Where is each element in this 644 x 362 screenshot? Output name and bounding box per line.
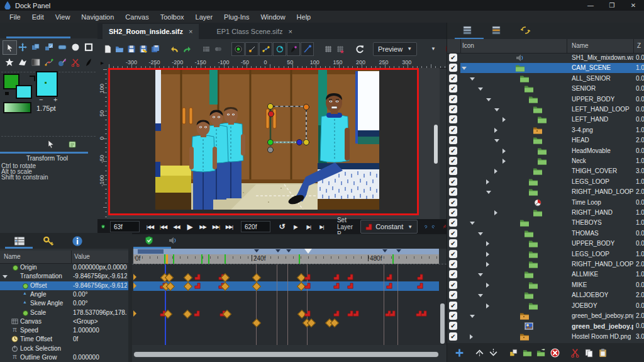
- menu-file[interactable]: File: [4, 12, 26, 22]
- canvas-vertical-scrollbar[interactable]: [434, 125, 438, 164]
- expander-closed-icon[interactable]: [494, 169, 497, 174]
- expander-open-icon[interactable]: [3, 275, 8, 278]
- layer-row[interactable]: ✔ALLMIKE1.0: [447, 269, 644, 280]
- menu-plugins[interactable]: Plug-Ins: [218, 12, 255, 22]
- tool-sketch[interactable]: [55, 55, 69, 69]
- layer-row[interactable]: ✔Hostel Room HD.png3.0: [447, 332, 644, 342]
- seek-previous-keyframe-button[interactable]: |◀◀: [157, 222, 170, 232]
- toggle-vertex-ducks-button[interactable]: [245, 42, 258, 56]
- expander-open-icon[interactable]: [470, 315, 475, 318]
- tool-doc-icon[interactable]: [68, 140, 77, 149]
- layer-row[interactable]: ✔3-4.png1.0: [447, 125, 644, 135]
- param-row[interactable]: Origin0.000000px,0.000000px: [0, 263, 128, 272]
- layer-row[interactable]: ✔green_bed_joeboy.png0.0: [447, 321, 644, 331]
- document-tab[interactable]: SH2_Room_inside.sifz×: [103, 24, 199, 39]
- toggle-tangent-ducks-button[interactable]: [259, 42, 272, 56]
- layer-row[interactable]: ✔LEGS_LOOP1.0: [447, 177, 644, 187]
- time-ruler[interactable]: 0f240f480f: [133, 254, 439, 264]
- expander-closed-icon[interactable]: [502, 159, 506, 164]
- layer-row[interactable]: ✔THOMAS0.0: [447, 229, 644, 239]
- layer-row[interactable]: ✔THIGH_COVER3.0: [447, 166, 644, 176]
- tool-mirror[interactable]: [29, 40, 42, 54]
- brush-size-minus[interactable]: −: [39, 96, 43, 103]
- expander-open-icon[interactable]: [486, 98, 491, 101]
- layer-visible-checkbox[interactable]: ✔: [449, 84, 457, 93]
- ruler-corner[interactable]: ▸: [97, 59, 107, 68]
- group-layer-into-switch-button[interactable]: [534, 346, 548, 359]
- expander-open-icon[interactable]: [478, 88, 483, 91]
- outline-color-swatch[interactable]: [16, 85, 32, 99]
- param-row[interactable]: Canvas<Group>: [0, 317, 128, 326]
- waypoint-linear[interactable]: [184, 273, 192, 282]
- layer-row[interactable]: ✔green_bed_joeboy.png2.0: [447, 311, 644, 321]
- tab-info[interactable]: [72, 235, 83, 247]
- param-row[interactable]: Offset-9.846756px,-9.612500px: [0, 281, 128, 290]
- waypoint-constant[interactable]: [417, 274, 423, 280]
- layer-visible-checkbox[interactable]: ✔: [449, 322, 457, 330]
- expander-closed-icon[interactable]: [486, 283, 489, 288]
- waypoint-constant[interactable]: [386, 274, 392, 280]
- param-row[interactable]: ▲Skew Angle0.00°: [0, 299, 128, 308]
- seek-end-button[interactable]: ▶▶|: [223, 222, 236, 232]
- param-row[interactable]: Time Offset0f: [0, 335, 128, 344]
- expander-closed-icon[interactable]: [486, 241, 489, 246]
- tab-canvas-browser[interactable]: [491, 25, 502, 35]
- expander-open-icon[interactable]: [494, 139, 499, 142]
- cut-button[interactable]: [568, 346, 582, 359]
- column-layer-name[interactable]: Name: [572, 42, 589, 49]
- waypoint-constant[interactable]: [417, 283, 423, 289]
- onion-future-icon[interactable]: [431, 222, 435, 231]
- waypoint-edge[interactable]: [133, 274, 136, 280]
- current-time-field[interactable]: 63f: [110, 221, 140, 232]
- expander-closed-icon[interactable]: [486, 252, 489, 257]
- waypoint-constant[interactable]: [304, 283, 311, 289]
- waypoint-constant[interactable]: [194, 283, 201, 289]
- menu-help[interactable]: Help: [291, 12, 317, 22]
- layer-visible-checkbox[interactable]: ✔: [449, 95, 457, 103]
- tool-star[interactable]: [3, 55, 16, 69]
- waypoint-constant[interactable]: [304, 310, 311, 317]
- waypoint-constant[interactable]: [333, 310, 340, 317]
- layer-row[interactable]: ✔RIGHT_HAND_LOOP2.0: [447, 187, 644, 197]
- close-tab-icon[interactable]: ×: [289, 28, 292, 35]
- sound-icon[interactable]: [169, 236, 177, 245]
- layer-visible-checkbox[interactable]: ✔: [449, 167, 457, 175]
- layer-visible-checkbox[interactable]: ✔: [449, 188, 457, 196]
- layer-row[interactable]: ✔HeadMovable0.0: [447, 146, 644, 156]
- layer-visible-checkbox[interactable]: ✔: [449, 332, 457, 341]
- layer-visible-checkbox[interactable]: ✔: [449, 54, 457, 62]
- canvas-properties-button[interactable]: [212, 43, 224, 55]
- waypoint-constant[interactable]: [353, 310, 359, 317]
- layer-row[interactable]: ✔MIKE0.0: [447, 280, 644, 290]
- waypoint-edge[interactable]: [133, 310, 136, 317]
- layer-visible-checkbox[interactable]: ✔: [449, 270, 457, 278]
- timetrack-horizontal-scrollbar[interactable]: [133, 351, 439, 358]
- expander-open-icon[interactable]: [470, 77, 475, 81]
- param-row[interactable]: πSpeed1.000000: [0, 326, 128, 335]
- close-tab-icon[interactable]: ×: [189, 28, 192, 35]
- previous-frame-button[interactable]: ◀◀: [170, 222, 183, 232]
- layer-row[interactable]: ✔ALLJOEBOY2.0: [447, 290, 644, 300]
- layer-visible-checkbox[interactable]: ✔: [449, 229, 457, 237]
- restore-button[interactable]: ❐: [601, 0, 623, 11]
- show-grid-button[interactable]: [322, 43, 334, 55]
- waypoint-linear[interactable]: [252, 273, 261, 282]
- tool-polygon[interactable]: [16, 55, 29, 69]
- loop-button[interactable]: ↺: [275, 222, 289, 232]
- layer-row[interactable]: ✔UPPER_BODY0.0: [447, 239, 644, 249]
- copy-button[interactable]: [582, 346, 596, 359]
- tab-layers[interactable]: [462, 25, 473, 35]
- open-file-button[interactable]: [113, 43, 125, 55]
- expander-closed-icon[interactable]: [486, 303, 489, 308]
- layer-visible-checkbox[interactable]: ✔: [449, 126, 457, 134]
- layer-visible-checkbox[interactable]: ✔: [449, 312, 457, 320]
- keyframe-lock-icon[interactable]: [101, 222, 105, 231]
- interpolation-dropdown[interactable]: Constant ▼: [360, 220, 418, 234]
- new-layer-button[interactable]: [452, 346, 466, 359]
- layer-visible-checkbox[interactable]: ✔: [449, 239, 457, 247]
- param-row[interactable]: Scale178.537096px,178.53709: [0, 308, 128, 317]
- close-button[interactable]: ✕: [623, 0, 644, 11]
- duplicate-layer-button[interactable]: [506, 346, 520, 359]
- reset-colors-icon[interactable]: [5, 92, 9, 95]
- expander-open-icon[interactable]: [478, 273, 483, 276]
